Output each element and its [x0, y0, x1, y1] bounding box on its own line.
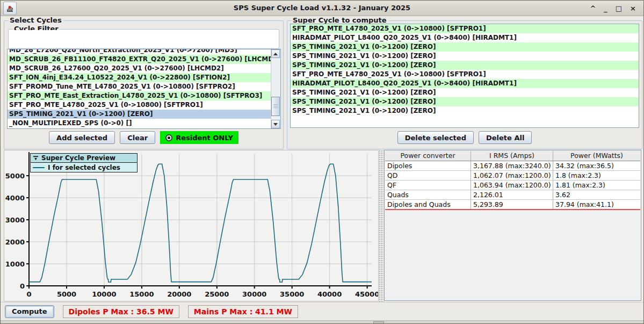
power-table-panel: Power converterI RMS (Amps)Power (MWatts…: [384, 150, 641, 301]
svg-text:0: 0: [26, 290, 31, 298]
vertical-splitter[interactable]: [379, 150, 384, 302]
list-item[interactable]: HIRADMAT_PILOT_L8400_Q20_2025_V1 (0->840…: [291, 79, 639, 88]
list-item[interactable]: HIRADMAT_PILOT_L8400_Q20_2025_V1 (0->840…: [291, 33, 639, 42]
arrow-down-icon: [273, 123, 278, 126]
svg-text:35000: 35000: [280, 290, 304, 298]
table-cell: Quads: [385, 190, 471, 200]
table-cell: 1,063.94 (max:1200.0): [471, 181, 553, 190]
table-cell: 1,062.07 (max:1200.0): [471, 171, 553, 181]
list-item[interactable]: SPS_TIMING_2021_V1 (0->1200) [ZERO]: [291, 61, 639, 70]
svg-text:0: 0: [20, 282, 25, 290]
svg-text:45000: 45000: [355, 290, 378, 298]
app-window: SPS Super Cycle Load v1.1.32 - January 2…: [0, 0, 644, 324]
splitter-handle[interactable]: [373, 321, 384, 324]
table-header-cell: Power (MWatts): [553, 151, 640, 161]
legend-series-entry: I for selected cycles: [31, 163, 137, 172]
table-cell: 1.81 (max:2.3): [553, 181, 640, 190]
mains-pmax-status: Mains P Max : 41.1 MW: [188, 305, 298, 318]
clear-button[interactable]: Clear: [120, 131, 155, 144]
table-cell: QD: [385, 171, 471, 181]
table-cell: 3,167.88 (max:3240.0): [471, 161, 553, 171]
scroll-up-button[interactable]: [271, 49, 280, 58]
select-cycles-panel: Select Cycles Cycle Filter MD_26_L7200_Q…: [4, 20, 284, 149]
svg-text:2000: 2000: [5, 238, 25, 246]
cycle-list-rows: MD_26_L7200_Q20_North_Extraction_2025_V1…: [8, 49, 271, 128]
shade-button[interactable]: ^: [590, 5, 596, 12]
svg-text:5000: 5000: [57, 290, 76, 298]
window-title: SPS Super Cycle Load v1.1.32 - January 2…: [1, 1, 643, 16]
list-item[interactable]: _NON_MULTIPLEXED_SPS (0->0) []: [8, 119, 271, 128]
list-item[interactable]: SPS_TIMING_2021_V1 (0->1200) [ZERO]: [291, 106, 639, 116]
cycle-list-scrollbar[interactable]: [271, 49, 280, 128]
super-cycle-panel: Super Cycle to compute SFT_PRO_MTE_L4780…: [287, 20, 642, 149]
legend-title-bar: Super Cycle Preview: [31, 154, 137, 163]
list-item[interactable]: SPS_TIMING_2021_V1 (0->1200) [ZERO]: [291, 88, 639, 97]
table-cell: 3.62: [553, 190, 640, 200]
dipoles-pmax-status: Dipoles P Max : 36.5 MW: [63, 305, 179, 318]
supercycle-chart: 0500010000150002000025000300003500040000…: [4, 150, 378, 301]
legend-pin-icon: [33, 155, 39, 161]
delete-all-button[interactable]: Delete All: [479, 131, 532, 144]
chart-legend: Super Cycle Preview I for selected cycle…: [30, 153, 138, 172]
list-item[interactable]: MD_SCRUB_26_L27600_Q20_2025_V1 (0->27600…: [8, 64, 271, 73]
table-cell: 5,293.89: [471, 200, 553, 209]
series-line-sample: [33, 167, 45, 168]
svg-text:40000: 40000: [317, 290, 342, 298]
list-item[interactable]: SFT_PRO_MTE_East_Extraction_L4780_2025_V…: [8, 91, 271, 100]
super-cycle-list-rows: SFT_PRO_MTE_L4780_2025_V1 (0->10800) [SF…: [291, 24, 639, 127]
list-item[interactable]: SFT_ION_4inj_E34.24_L10522_2024_V1 (0->2…: [8, 73, 271, 82]
resident-only-toggle[interactable]: Resident ONLY: [160, 131, 238, 144]
svg-text:3000: 3000: [5, 216, 25, 224]
svg-text:20000: 20000: [167, 290, 191, 298]
maximize-button[interactable]: □: [616, 5, 622, 12]
svg-text:1000: 1000: [5, 260, 25, 268]
svg-text:5000: 5000: [5, 172, 25, 180]
list-item[interactable]: MD_SCRUB_26_FB11100_FT4820_EXTR_Q20_2025…: [8, 55, 271, 64]
table-cell: 1.8 (max:2.3): [553, 171, 640, 181]
svg-text:25000: 25000: [205, 290, 229, 298]
table-cell: 37.94 (max:41.1): [553, 200, 640, 209]
table-header-cell: I RMS (Amps): [471, 151, 553, 161]
list-item[interactable]: MD_26_L7200_Q20_North_Extraction_2025_V1…: [8, 49, 271, 55]
cycle-filter-group: Cycle Filter: [8, 29, 279, 49]
super-cycle-list: SFT_PRO_MTE_L4780_2025_V1 (0->10800) [SF…: [290, 24, 639, 128]
svg-text:10000: 10000: [92, 290, 116, 298]
radio-selected-icon: [165, 134, 172, 141]
table-cell: QF: [385, 181, 471, 190]
list-item[interactable]: SFT_PRO_MTE_L4780_2025_V1 (0->10800) [SF…: [291, 70, 639, 79]
cycle-list: MD_26_L7200_Q20_North_Extraction_2025_V1…: [7, 49, 281, 129]
add-selected-button[interactable]: Add selected: [49, 131, 115, 144]
legend-series-label: I for selected cycles: [48, 164, 120, 171]
window-controls: ^ _ □ ×: [590, 1, 636, 16]
minimize-button[interactable]: _: [604, 5, 607, 12]
list-item[interactable]: SFT_PROMD_Tune_MTE_L4780_2025_V1 (0->108…: [8, 82, 271, 91]
list-item[interactable]: SFT_PRO_MTE_L4780_2025_V1 (0->10800) [SF…: [291, 24, 639, 33]
svg-text:15000: 15000: [129, 290, 154, 298]
scroll-thumb[interactable]: [271, 97, 280, 116]
super-cycle-title: Super Cycle to compute: [291, 16, 388, 24]
legend-title-label: Super Cycle Preview: [41, 154, 115, 162]
table-cell: Dipoles and Quads: [385, 200, 471, 209]
titlebar: SPS Super Cycle Load v1.1.32 - January 2…: [1, 1, 643, 16]
bottom-bar: Compute Dipoles P Max : 36.5 MW Mains P …: [1, 302, 643, 320]
table-cell: 34.32 (max:36.5): [553, 161, 640, 171]
scroll-down-button[interactable]: [271, 120, 280, 128]
delete-selected-button[interactable]: Delete selected: [397, 131, 474, 144]
svg-text:30000: 30000: [242, 290, 266, 298]
arrow-up-icon: [273, 53, 278, 55]
list-item[interactable]: SPS_TIMING_2021_V1 (0->1200) [ZERO]: [291, 52, 639, 61]
compute-buttons-row: Delete selected Delete All: [287, 131, 642, 145]
resident-only-label: Resident ONLY: [176, 134, 233, 142]
list-item[interactable]: SPS_TIMING_2021_V1 (0->1200) [ZERO]: [291, 97, 639, 106]
table-cell: Dipoles: [385, 161, 471, 171]
table-header-cell: Power converter: [385, 151, 471, 161]
cycle-filter-input[interactable]: [9, 30, 278, 48]
close-button[interactable]: ×: [630, 5, 636, 12]
list-item[interactable]: SPS_TIMING_2021_V1 (0->1200) [ZERO]: [291, 42, 639, 52]
list-item[interactable]: SPS_TIMING_2021_V1 (0->1200) [ZERO]: [8, 110, 271, 119]
list-item[interactable]: SFT_PRO_MTE_L4780_2025_V1 (0->10800) [SF…: [8, 100, 271, 110]
power-table: Power converterI RMS (Amps)Power (MWatts…: [385, 151, 640, 210]
select-cycles-title: Select Cycles: [8, 16, 63, 24]
chart-panel: 0500010000150002000025000300003500040000…: [4, 150, 379, 301]
compute-button[interactable]: Compute: [5, 305, 54, 318]
